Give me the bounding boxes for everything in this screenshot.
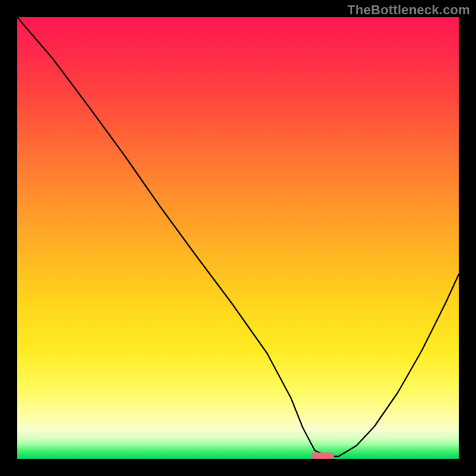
chart-frame: TheBottleneck.com (0, 0, 476, 476)
optimum-marker (311, 453, 334, 459)
bottleneck-curve (17, 17, 459, 456)
plot-area (17, 17, 459, 459)
watermark-text: TheBottleneck.com (347, 2, 470, 18)
plot-svg (17, 17, 459, 459)
